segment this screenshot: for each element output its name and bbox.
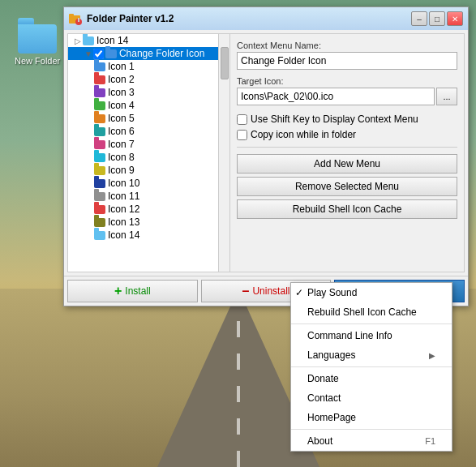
rebuild-shell-icon-cache-button[interactable]: Rebuild Shell Icon Cache xyxy=(237,199,457,219)
right-panel: Context Menu Name: Target Icon: ... Use … xyxy=(230,34,464,272)
tree-item-label: Icon 7 xyxy=(108,139,135,150)
folder-color-icon xyxy=(94,101,105,110)
menu-item-label: Rebuild Shell Icon Cache xyxy=(307,306,417,318)
folder-color-icon xyxy=(94,153,105,162)
folder-color-icon xyxy=(94,127,105,136)
folder-color-icon xyxy=(94,75,105,84)
tree-item-label: Icon 4 xyxy=(108,100,135,111)
tree-item[interactable]: Icon 8 xyxy=(68,151,229,164)
main-content-area: ▷Icon 14▼Change Folder IconIcon 1Icon 2I… xyxy=(67,33,465,272)
folder-color-icon xyxy=(94,231,105,240)
tree-item[interactable]: ▷Icon 14 xyxy=(68,34,229,47)
folder-color-icon xyxy=(83,36,94,45)
tree-item-label: Icon 1 xyxy=(108,61,135,72)
close-button[interactable]: ✕ xyxy=(447,11,463,26)
target-icon-input[interactable] xyxy=(237,88,435,105)
tree-item[interactable]: ▼Change Folder Icon xyxy=(68,47,229,60)
minimize-button[interactable]: – xyxy=(411,11,427,26)
copy-icon-checkbox[interactable] xyxy=(237,130,247,140)
folder-color-icon xyxy=(94,205,105,214)
minus-icon: – xyxy=(242,284,250,298)
desktop-folder-label: New Folder xyxy=(15,56,60,66)
menu-item-label: Command Line Info xyxy=(307,330,392,341)
remove-selected-menu-button[interactable]: Remove Selected Menu xyxy=(237,177,457,196)
folder-color-icon xyxy=(105,49,117,58)
menu-shortcut: F1 xyxy=(425,436,435,446)
menu-item[interactable]: Play Sound xyxy=(291,283,452,302)
tree-item[interactable]: Icon 9 xyxy=(68,164,229,177)
svg-rect-3 xyxy=(78,18,79,22)
tree-item[interactable]: Icon 3 xyxy=(68,86,229,99)
menu-item[interactable]: HomePage xyxy=(291,408,452,427)
menu-item-label: About xyxy=(307,435,332,447)
folder-color-icon xyxy=(94,140,105,149)
title-bar: Folder Painter v1.2 – □ ✕ xyxy=(64,7,468,30)
shift-key-checkbox[interactable] xyxy=(237,114,247,125)
menu-separator xyxy=(291,366,452,367)
menu-separator xyxy=(291,323,452,324)
tree-item-label: Icon 10 xyxy=(108,178,139,189)
context-menu-name-input[interactable] xyxy=(237,52,457,70)
menu-item-label: Donate xyxy=(307,373,339,384)
tree-item[interactable]: Icon 12 xyxy=(68,203,229,216)
copy-icon-checkbox-row: Copy icon while in folder xyxy=(237,129,457,140)
menu-item[interactable]: AboutF1 xyxy=(291,431,452,451)
folder-color-icon xyxy=(94,179,105,188)
tree-panel[interactable]: ▷Icon 14▼Change Folder IconIcon 1Icon 2I… xyxy=(68,34,230,272)
tree-item-label: Icon 14 xyxy=(108,229,139,241)
tree-item[interactable]: Icon 1 xyxy=(68,60,229,73)
maximize-button[interactable]: □ xyxy=(429,11,445,26)
desktop-folder-icon xyxy=(18,24,57,54)
menu-item[interactable]: Contact xyxy=(291,388,452,408)
shift-key-checkbox-row: Use Shift Key to Display Context Menu xyxy=(237,114,457,125)
tree-item[interactable]: Icon 6 xyxy=(68,125,229,138)
tree-item[interactable]: Icon 7 xyxy=(68,138,229,151)
tree-item[interactable]: Icon 14 xyxy=(68,229,229,242)
submenu-arrow-icon: ▶ xyxy=(429,351,435,360)
tree-item[interactable]: Icon 11 xyxy=(68,190,229,203)
svg-rect-1 xyxy=(69,14,74,17)
menu-item[interactable]: Rebuild Shell Icon Cache xyxy=(291,302,452,322)
tree-item-label: Icon 6 xyxy=(108,126,135,137)
folder-color-icon xyxy=(94,88,105,97)
browse-button[interactable]: ... xyxy=(436,88,457,105)
copy-icon-label: Copy icon while in folder xyxy=(251,129,356,140)
tree-item-label: Icon 14 xyxy=(96,35,128,46)
menu-item[interactable]: Languages▶ xyxy=(291,345,452,365)
tree-item-label: Icon 9 xyxy=(108,165,135,176)
tree-item[interactable]: Icon 4 xyxy=(68,99,229,112)
tree-item[interactable]: Icon 2 xyxy=(68,73,229,86)
menu-item[interactable]: Command Line Info xyxy=(291,326,452,345)
window-title: Folder Painter v1.2 xyxy=(87,13,174,24)
tree-item[interactable]: Icon 5 xyxy=(68,112,229,125)
folder-color-icon xyxy=(94,192,105,201)
tree-item[interactable]: Icon 10 xyxy=(68,177,229,190)
menu-item-label: HomePage xyxy=(307,412,356,423)
menu-separator xyxy=(291,429,452,430)
menu-item-label: Play Sound xyxy=(307,287,357,298)
tree-item-label: Icon 5 xyxy=(108,113,135,124)
menu-item-label: Contact xyxy=(307,392,341,404)
add-new-menu-button[interactable]: Add New Menu xyxy=(237,154,457,174)
menu-item[interactable]: Donate xyxy=(291,369,452,388)
title-bar-left: Folder Painter v1.2 xyxy=(69,12,174,25)
app-icon xyxy=(69,12,82,25)
dropdown-menu: Play SoundRebuild Shell Icon CacheComman… xyxy=(290,282,452,452)
folder-color-icon xyxy=(94,166,105,175)
tree-item-label: Icon 13 xyxy=(108,216,139,228)
desktop-folder[interactable]: New Folder xyxy=(15,24,60,66)
plus-icon: + xyxy=(114,284,122,298)
install-label: Install xyxy=(125,285,150,297)
tree-item-label: Icon 8 xyxy=(108,152,135,163)
main-window: Folder Painter v1.2 – □ ✕ ▷Icon 14▼Chang… xyxy=(63,6,469,306)
tree-item-label: Icon 2 xyxy=(108,74,135,85)
tree-scrollbar[interactable] xyxy=(218,34,229,272)
target-icon-row: ... xyxy=(237,88,457,105)
tree-item[interactable]: Icon 13 xyxy=(68,216,229,229)
shift-key-label: Use Shift Key to Display Context Menu xyxy=(251,114,418,125)
folder-color-icon xyxy=(94,218,105,227)
tree-item-label: Icon 3 xyxy=(108,87,135,98)
install-button[interactable]: + Install xyxy=(67,280,198,302)
separator-1 xyxy=(237,147,457,148)
tree-item-label: Icon 11 xyxy=(108,191,139,202)
